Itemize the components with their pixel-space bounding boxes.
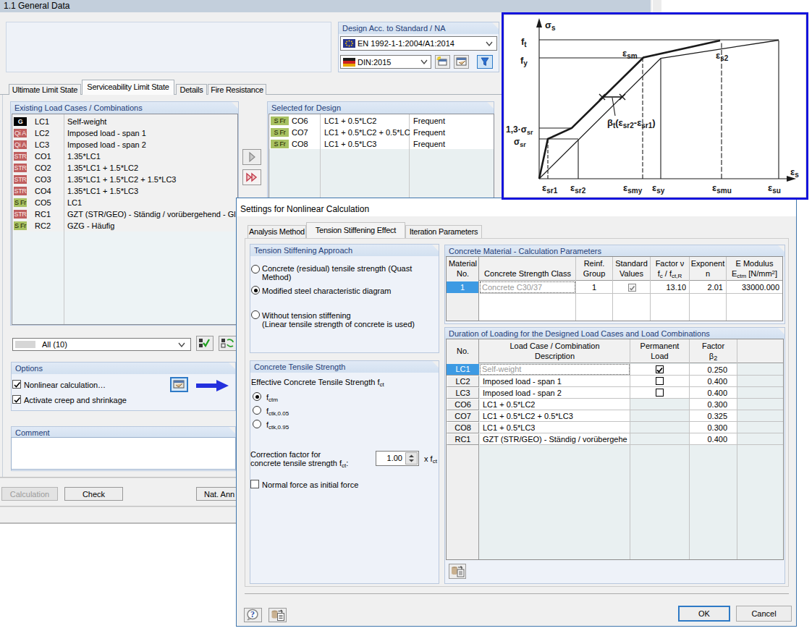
svg-text:?: ? [250,609,255,619]
